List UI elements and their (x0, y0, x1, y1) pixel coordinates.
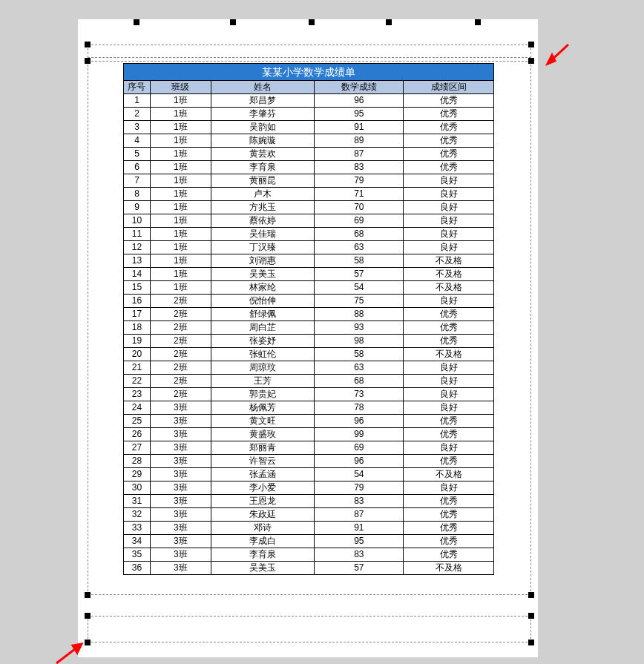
col-header-index: 序号 (124, 81, 151, 94)
table-row: 333班邓诗91优秀 (124, 522, 494, 535)
cell-class: 1班 (150, 228, 211, 241)
score-table: 某某小学数学成绩单 序号 班级 姓名 数学成绩 成绩区间 11班郑昌梦96优秀2… (123, 63, 494, 575)
table-row: 111班吴佳瑞68良好 (124, 228, 494, 241)
cell-class: 3班 (150, 401, 211, 415)
col-header-grade: 成绩区间 (404, 81, 494, 94)
table-row: 41班陈婉璇89优秀 (124, 134, 494, 148)
cell-grade: 不及格 (404, 268, 494, 281)
table-row: 313班王恩龙83优秀 (124, 495, 494, 508)
cell-index: 12 (124, 241, 151, 254)
table-row: 202班张虹伦58不及格 (124, 348, 494, 361)
cell-class: 2班 (150, 375, 211, 388)
table-row: 253班黄文旺96优秀 (124, 415, 494, 428)
cell-score: 95 (315, 108, 404, 121)
handle-footer-tl[interactable] (85, 613, 91, 619)
handle-page-top-2[interactable] (230, 19, 236, 25)
cell-score: 91 (315, 121, 404, 134)
handle-page-top-5[interactable] (475, 19, 481, 25)
cell-score: 83 (315, 548, 404, 562)
cell-name: 卢木 (211, 188, 315, 201)
cell-index: 19 (124, 335, 151, 348)
cell-grade: 优秀 (404, 415, 494, 428)
cell-score: 93 (315, 321, 404, 335)
handle-page-top-4[interactable] (386, 19, 392, 25)
cell-grade: 优秀 (404, 321, 494, 335)
cell-score: 87 (315, 148, 404, 161)
cell-class: 3班 (150, 468, 211, 481)
cell-index: 3 (124, 121, 151, 134)
col-header-score: 数学成绩 (315, 81, 404, 94)
cell-class: 3班 (150, 562, 211, 575)
table-row: 172班舒绿佩88优秀 (124, 308, 494, 321)
cell-grade: 良好 (404, 295, 494, 308)
handle-footer-br[interactable] (528, 640, 534, 645)
cell-score: 83 (315, 161, 404, 174)
cell-name: 邓诗 (211, 522, 315, 535)
cell-class: 1班 (150, 268, 211, 281)
cell-score: 88 (315, 308, 404, 321)
cell-score: 68 (315, 228, 404, 241)
report-footer-band[interactable] (88, 616, 531, 642)
cell-class: 3班 (150, 428, 211, 441)
handle-page-top-1[interactable] (134, 19, 139, 25)
cell-class: 3班 (150, 508, 211, 522)
handle-header-tr[interactable] (528, 42, 534, 47)
cell-grade: 良好 (404, 201, 494, 214)
cell-index: 27 (124, 441, 151, 455)
report-header-band[interactable] (88, 45, 531, 58)
cell-class: 1班 (150, 254, 211, 268)
cell-name: 张虹伦 (211, 348, 315, 361)
handle-body-tr[interactable] (528, 58, 534, 64)
cell-name: 黄丽昆 (211, 174, 315, 188)
cell-score: 96 (315, 94, 404, 108)
cell-grade: 优秀 (404, 108, 494, 121)
table-row: 91班方兆玉70良好 (124, 201, 494, 214)
cell-score: 79 (315, 481, 404, 495)
cell-class: 3班 (150, 415, 211, 428)
cell-score: 73 (315, 388, 404, 401)
cell-name: 李成白 (211, 535, 315, 548)
cell-name: 王恩龙 (211, 495, 315, 508)
cell-index: 36 (124, 562, 151, 575)
cell-score: 58 (315, 254, 404, 268)
cell-score: 98 (315, 335, 404, 348)
cell-index: 8 (124, 188, 151, 201)
cell-name: 吴美玉 (211, 562, 315, 575)
cell-class: 3班 (150, 441, 211, 455)
cell-score: 58 (315, 348, 404, 361)
handle-footer-tr[interactable] (528, 613, 534, 619)
table-row: 151班林家纶54不及格 (124, 281, 494, 295)
cell-grade: 优秀 (404, 508, 494, 522)
cell-score: 57 (315, 268, 404, 281)
cell-grade: 优秀 (404, 161, 494, 174)
table-row: 21班李肇芬95优秀 (124, 108, 494, 121)
cell-name: 郭贵妃 (211, 388, 315, 401)
handle-body-br[interactable] (528, 592, 534, 598)
cell-name: 李肇芬 (211, 108, 315, 121)
handle-header-tl[interactable] (85, 42, 91, 47)
table-row: 363班吴美玉57不及格 (124, 562, 494, 575)
cell-score: 78 (315, 401, 404, 415)
cell-grade: 优秀 (404, 495, 494, 508)
cell-index: 4 (124, 134, 151, 148)
cell-score: 57 (315, 562, 404, 575)
cell-index: 10 (124, 214, 151, 228)
cell-score: 79 (315, 174, 404, 188)
cell-index: 2 (124, 108, 151, 121)
cell-grade: 优秀 (404, 308, 494, 321)
cell-name: 许智云 (211, 455, 315, 468)
cell-class: 1班 (150, 108, 211, 121)
handle-page-top-3[interactable] (309, 19, 315, 25)
cell-grade: 优秀 (404, 428, 494, 441)
cell-index: 13 (124, 254, 151, 268)
table-row: 232班郭贵妃73良好 (124, 388, 494, 401)
cell-score: 96 (315, 415, 404, 428)
cell-name: 刘诩惠 (211, 254, 315, 268)
cell-class: 1班 (150, 148, 211, 161)
cell-grade: 良好 (404, 481, 494, 495)
table-row: 121班丁汉臻63良好 (124, 241, 494, 254)
handle-body-tl[interactable] (85, 58, 91, 64)
cell-score: 91 (315, 522, 404, 535)
handle-body-bl[interactable] (85, 592, 91, 598)
cell-class: 2班 (150, 361, 211, 375)
